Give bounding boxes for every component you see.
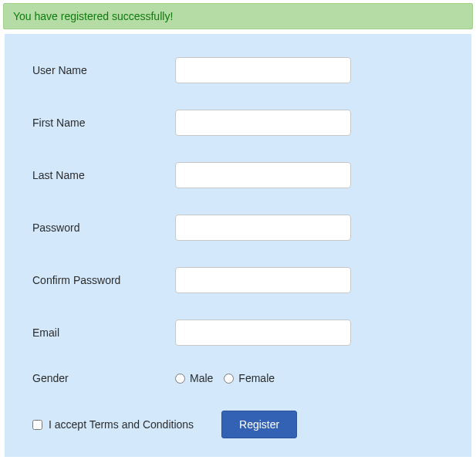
terms-checkbox[interactable] bbox=[32, 420, 42, 430]
form-row-email: Email bbox=[32, 320, 444, 346]
terms-label: I accept Terms and Conditions bbox=[49, 418, 194, 431]
gender-female-label: Female bbox=[238, 372, 275, 384]
gender-radio-group: Male Female bbox=[175, 372, 275, 384]
registration-form: User Name First Name Last Name Password … bbox=[5, 34, 471, 457]
lastname-input[interactable] bbox=[175, 162, 351, 188]
form-row-lastname: Last Name bbox=[32, 162, 444, 188]
password-input[interactable] bbox=[175, 215, 351, 241]
form-row-confirm-password: Confirm Password bbox=[32, 267, 444, 293]
gender-male-label: Male bbox=[190, 372, 213, 384]
password-label: Password bbox=[32, 221, 175, 234]
email-input[interactable] bbox=[175, 320, 351, 346]
gender-option-male: Male bbox=[175, 372, 213, 384]
success-message: You have registered successfully! bbox=[13, 10, 173, 22]
lastname-label: Last Name bbox=[32, 169, 175, 181]
confirm-password-input[interactable] bbox=[175, 267, 351, 293]
form-row-terms: I accept Terms and Conditions Register bbox=[32, 411, 444, 438]
firstname-input[interactable] bbox=[175, 110, 351, 136]
confirm-password-label: Confirm Password bbox=[32, 274, 175, 286]
gender-option-female: Female bbox=[224, 372, 275, 384]
form-row-gender: Gender Male Female bbox=[32, 372, 444, 384]
gender-radio-female[interactable] bbox=[224, 374, 234, 384]
username-label: User Name bbox=[32, 64, 175, 76]
form-row-firstname: First Name bbox=[32, 110, 444, 136]
gender-label: Gender bbox=[32, 372, 175, 384]
email-label: Email bbox=[32, 326, 175, 339]
success-banner: You have registered successfully! bbox=[3, 3, 473, 29]
gender-radio-male[interactable] bbox=[175, 374, 185, 384]
username-input[interactable] bbox=[175, 57, 351, 83]
register-button[interactable]: Register bbox=[221, 411, 297, 438]
firstname-label: First Name bbox=[32, 117, 175, 129]
form-row-username: User Name bbox=[32, 57, 444, 83]
form-row-password: Password bbox=[32, 215, 444, 241]
